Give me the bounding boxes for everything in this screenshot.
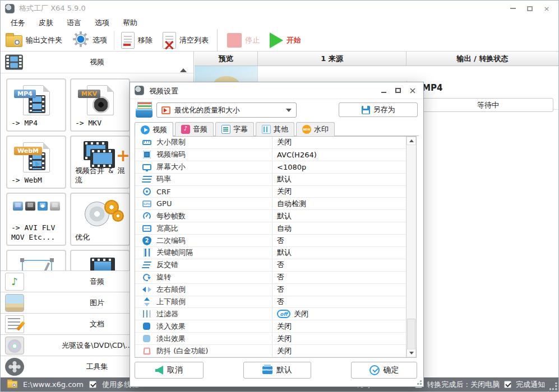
fliph-icon <box>142 285 151 294</box>
menu-item[interactable]: 选项 <box>95 18 109 28</box>
save-icon <box>362 106 370 114</box>
window-resize-grip[interactable] <box>549 382 557 390</box>
setting-row[interactable]: GPU 自动检测 <box>135 198 406 210</box>
dialog-close-button[interactable]: × <box>405 85 420 96</box>
setting-value[interactable]: 关闭 <box>277 186 292 197</box>
setting-value[interactable]: 自动 <box>277 223 292 234</box>
preset-dropdown[interactable]: 最优化的质量和大小 <box>156 102 297 118</box>
menu-bar: 任务皮肤语言选项帮助 <box>1 16 558 29</box>
setting-value[interactable]: 否 <box>277 297 284 307</box>
clear-list-icon <box>163 32 176 49</box>
setting-value[interactable]: off关闭 <box>277 309 308 319</box>
remove-button[interactable]: 移除 <box>116 30 158 51</box>
setting-row[interactable]: CRF 关闭 <box>135 186 406 198</box>
column-status[interactable]: 输出 / 转换状态 <box>406 52 558 66</box>
setting-value[interactable]: 否 <box>277 272 284 282</box>
setting-value[interactable]: 关闭 <box>277 321 292 332</box>
setting-row[interactable]: 宽高比 自动 <box>135 222 406 235</box>
setting-value[interactable]: AVC(H264) <box>277 151 317 159</box>
chevron-down-icon <box>286 109 292 112</box>
dialog-resize-grip[interactable] <box>415 379 422 385</box>
tab-watermark[interactable]: 水印 <box>296 122 335 136</box>
dialog-title-bar[interactable]: 视频设置 × <box>130 82 423 99</box>
output-path-folder-icon[interactable] <box>7 381 18 388</box>
setting-row[interactable]: 左右颠倒 否 <box>135 284 406 296</box>
setting-row[interactable]: 反交错 否 <box>135 259 406 272</box>
minimize-button[interactable] <box>505 3 521 14</box>
setting-row[interactable]: 视频编码 AVC(H264) <box>135 149 406 161</box>
setting-value[interactable]: 否 <box>277 284 284 295</box>
setting-row[interactable]: 大小限制 关闭 <box>135 137 406 149</box>
preset-value: 最优化的质量和大小 <box>174 105 240 115</box>
setting-value[interactable]: 否 <box>277 260 284 270</box>
options-button[interactable]: 选项 <box>67 30 112 51</box>
tab-audio[interactable]: 音频 <box>175 122 214 136</box>
setting-row[interactable]: 防抖 (白金功能) 关闭 <box>135 345 406 357</box>
remove-label: 移除 <box>138 35 153 45</box>
off-toggle-icon[interactable]: off <box>277 310 290 318</box>
setting-row[interactable]: 屏幕大小 <1080p <box>135 161 406 174</box>
codec-icon <box>143 151 151 158</box>
setting-value[interactable]: 关闭 <box>277 346 292 356</box>
setting-row[interactable]: 二次编码 否 <box>135 235 406 247</box>
setting-value[interactable]: 关闭 <box>277 334 292 344</box>
setting-row[interactable]: 旋转 否 <box>135 272 406 284</box>
menu-item[interactable]: 帮助 <box>123 18 137 28</box>
tab-subtitle[interactable]: 字幕 <box>215 122 254 136</box>
scrollbar[interactable] <box>406 137 416 357</box>
multithread-checkbox[interactable] <box>89 381 96 388</box>
column-preview[interactable]: 预览 <box>195 52 258 66</box>
output-folder-button[interactable]: 输出文件夹 <box>1 30 67 51</box>
notify-checkbox[interactable] <box>504 381 511 388</box>
format-tile-mkv[interactable]: MKV -> MKV <box>70 78 130 132</box>
setting-value[interactable]: 否 <box>277 236 284 246</box>
video-category-header[interactable]: 视频 <box>1 52 193 73</box>
column-source[interactable]: 1 来源 <box>258 52 406 66</box>
ok-button[interactable]: 确定 <box>351 362 417 379</box>
menu-item[interactable]: 任务 <box>11 18 25 28</box>
format-tile-crop[interactable] <box>6 250 66 270</box>
setting-row[interactable]: 过滤器 off关闭 <box>135 308 406 320</box>
settings-tabs: 视频 音频 字幕 其他 水印 <box>135 122 419 136</box>
start-button[interactable]: 开始 <box>265 30 306 51</box>
setting-row[interactable]: 淡入效果 关闭 <box>135 320 406 333</box>
clear-list-button[interactable]: 清空列表 <box>158 30 214 51</box>
scroll-down-arrow[interactable] <box>406 349 416 357</box>
format-tile-mp4[interactable]: MP4 -> MP4 <box>6 78 66 132</box>
setting-row[interactable]: 上下颠倒 否 <box>135 296 406 309</box>
save-as-button[interactable]: 另存为 <box>339 102 418 117</box>
scroll-up-arrow[interactable] <box>406 137 416 145</box>
maximize-button[interactable] <box>521 3 538 14</box>
menu-item[interactable]: 皮肤 <box>39 18 53 28</box>
settings-tab-label: 视频 <box>153 125 167 135</box>
format-tile-opt[interactable]: 优化 <box>70 193 130 246</box>
format-tile-merge[interactable]: + 视频合并 & 混流 <box>70 136 130 189</box>
setting-value[interactable]: 默认 <box>277 248 292 258</box>
setting-row[interactable]: 关键帧间隔 默认 <box>135 247 406 259</box>
menu-item[interactable]: 语言 <box>67 18 81 28</box>
cancel-button[interactable]: 取消 <box>135 362 204 379</box>
setting-value[interactable]: <1080p <box>277 163 306 171</box>
default-button[interactable]: 默认 <box>243 362 311 379</box>
format-tile-avi[interactable]: -> AVI FLV MOV Etc... <box>6 193 66 246</box>
stop-button[interactable]: 停止 <box>222 30 265 51</box>
close-button[interactable]: × <box>538 3 555 14</box>
scrollbar-thumb[interactable] <box>407 319 415 349</box>
setting-row[interactable]: 淡出效果 关闭 <box>135 333 406 345</box>
scroll-up-icon[interactable] <box>180 68 187 72</box>
setting-value[interactable]: 默认 <box>277 211 292 221</box>
format-tile-webm[interactable]: WebM -> WebM <box>6 136 66 189</box>
setting-row[interactable]: 码率 默认 <box>135 174 406 186</box>
dialog-maximize-button[interactable] <box>391 85 405 96</box>
tab-other[interactable]: 其他 <box>256 122 294 136</box>
setting-value[interactable]: 关闭 <box>277 137 292 147</box>
keyframe-icon <box>144 248 150 257</box>
tab-video[interactable]: 视频 <box>135 122 173 137</box>
dialog-minimize-button[interactable] <box>376 85 391 96</box>
folder-icon <box>6 35 22 47</box>
format-tile-label: 优化 <box>75 232 90 242</box>
format-tile-video2[interactable] <box>70 250 130 270</box>
setting-value[interactable]: 自动检测 <box>277 199 306 209</box>
setting-value[interactable]: 默认 <box>277 174 292 184</box>
setting-row[interactable]: 每秒帧数 默认 <box>135 210 406 222</box>
